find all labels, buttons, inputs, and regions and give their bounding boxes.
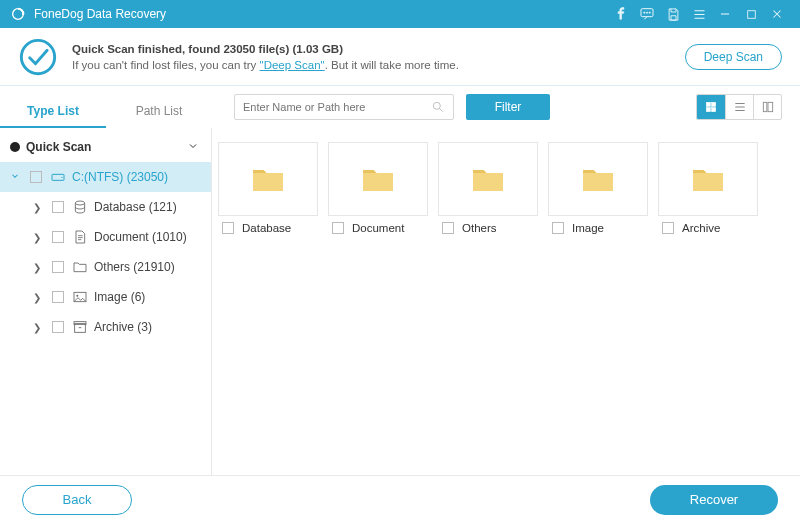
- folder-tile-document[interactable]: Document: [328, 142, 428, 234]
- save-icon[interactable]: [660, 0, 686, 28]
- app-logo-icon: [10, 6, 26, 22]
- minimize-button[interactable]: [712, 0, 738, 28]
- checkbox[interactable]: [52, 201, 64, 213]
- tree-child-label: Image (6): [94, 290, 145, 304]
- check-complete-icon: [18, 37, 58, 77]
- maximize-button[interactable]: [738, 0, 764, 28]
- checkbox[interactable]: [52, 321, 64, 333]
- feedback-icon[interactable]: [634, 0, 660, 28]
- tree-child-image[interactable]: ❯ Image (6): [0, 282, 211, 312]
- svg-rect-6: [747, 10, 755, 18]
- view-detail-button[interactable]: [753, 95, 781, 119]
- tree-child-label: Archive (3): [94, 320, 152, 334]
- folder-icon: [328, 142, 428, 216]
- svg-rect-14: [768, 102, 773, 111]
- image-icon: [72, 289, 88, 305]
- database-icon: [72, 199, 88, 215]
- folder-tile-others[interactable]: Others: [438, 142, 538, 234]
- footer: Back Recover: [0, 475, 800, 523]
- svg-point-5: [649, 12, 650, 13]
- checkbox[interactable]: [222, 222, 234, 234]
- chevron-right-icon: ❯: [30, 232, 44, 243]
- checkbox[interactable]: [662, 222, 674, 234]
- checkbox[interactable]: [442, 222, 454, 234]
- search-box[interactable]: [234, 94, 454, 120]
- view-list-button[interactable]: [725, 95, 753, 119]
- svg-point-16: [61, 177, 62, 178]
- sidebar-tree: Quick Scan C:(NTFS) (23050) ❯ Database (…: [0, 128, 212, 475]
- search-input[interactable]: [243, 101, 431, 113]
- folder-icon: [72, 259, 88, 275]
- tree-child-database[interactable]: ❯ Database (121): [0, 192, 211, 222]
- search-icon: [431, 100, 445, 114]
- svg-rect-9: [706, 102, 710, 106]
- title-bar: FoneDog Data Recovery: [0, 0, 800, 28]
- tab-type-list[interactable]: Type List: [0, 104, 106, 128]
- bullet-icon: [10, 142, 20, 152]
- checkbox[interactable]: [552, 222, 564, 234]
- tree-drive-c[interactable]: C:(NTFS) (23050): [0, 162, 211, 192]
- tree-child-others[interactable]: ❯ Others (21910): [0, 252, 211, 282]
- menu-icon[interactable]: [686, 0, 712, 28]
- svg-point-19: [76, 295, 78, 297]
- chevron-right-icon: ❯: [30, 292, 44, 303]
- facebook-icon[interactable]: [608, 0, 634, 28]
- chevron-right-icon: ❯: [30, 262, 44, 273]
- recover-button[interactable]: Recover: [650, 485, 778, 515]
- tab-path-list[interactable]: Path List: [106, 104, 212, 128]
- svg-rect-21: [74, 322, 86, 325]
- checkbox[interactable]: [30, 171, 42, 183]
- folder-icon: [658, 142, 758, 216]
- svg-point-3: [644, 12, 645, 13]
- tile-label: Image: [572, 222, 604, 234]
- main-area: Quick Scan C:(NTFS) (23050) ❯ Database (…: [0, 128, 800, 475]
- view-mode-switch: [696, 94, 782, 120]
- close-button[interactable]: [764, 0, 790, 28]
- tree-child-document[interactable]: ❯ Document (1010): [0, 222, 211, 252]
- tree-root-quick-scan[interactable]: Quick Scan: [0, 132, 211, 162]
- chevron-down-icon: [8, 171, 22, 183]
- tile-label: Document: [352, 222, 404, 234]
- folder-tile-image[interactable]: Image: [548, 142, 648, 234]
- folder-tile-archive[interactable]: Archive: [658, 142, 758, 234]
- sidebar-tabs: Type List Path List: [0, 86, 212, 128]
- scan-hint: If you can't find lost files, you can tr…: [72, 59, 685, 71]
- drive-icon: [50, 169, 66, 185]
- checkbox[interactable]: [52, 261, 64, 273]
- tree-child-archive[interactable]: ❯ Archive (3): [0, 312, 211, 342]
- tree-drive-label: C:(NTFS) (23050): [72, 170, 168, 184]
- toolbar: Type List Path List Filter: [0, 86, 800, 128]
- svg-rect-10: [712, 102, 716, 106]
- hint-post: . But it will take more time.: [325, 59, 459, 71]
- folder-icon: [218, 142, 318, 216]
- folder-tile-database[interactable]: Database: [218, 142, 318, 234]
- archive-icon: [72, 319, 88, 335]
- back-button[interactable]: Back: [22, 485, 132, 515]
- deep-scan-button[interactable]: Deep Scan: [685, 44, 782, 70]
- tile-label: Archive: [682, 222, 720, 234]
- app-title: FoneDog Data Recovery: [34, 7, 166, 21]
- deep-scan-link[interactable]: "Deep Scan": [260, 59, 325, 71]
- tree-root-label: Quick Scan: [26, 140, 91, 154]
- checkbox[interactable]: [332, 222, 344, 234]
- filter-button[interactable]: Filter: [466, 94, 550, 120]
- checkbox[interactable]: [52, 231, 64, 243]
- tree-child-label: Others (21910): [94, 260, 175, 274]
- tree-child-label: Database (121): [94, 200, 177, 214]
- checkbox[interactable]: [52, 291, 64, 303]
- svg-point-7: [21, 40, 54, 73]
- svg-rect-11: [706, 108, 710, 112]
- svg-point-8: [433, 102, 440, 109]
- tile-label: Database: [242, 222, 291, 234]
- scan-status-banner: Quick Scan finished, found 23050 file(s)…: [0, 28, 800, 86]
- svg-point-17: [75, 201, 84, 205]
- view-grid-button[interactable]: [697, 95, 725, 119]
- chevron-down-icon: [187, 140, 199, 155]
- svg-rect-13: [763, 102, 767, 111]
- chevron-right-icon: ❯: [30, 322, 44, 333]
- folder-icon: [438, 142, 538, 216]
- document-icon: [72, 229, 88, 245]
- chevron-right-icon: ❯: [30, 202, 44, 213]
- svg-point-4: [646, 12, 647, 13]
- scan-summary: Quick Scan finished, found 23050 file(s)…: [72, 43, 685, 55]
